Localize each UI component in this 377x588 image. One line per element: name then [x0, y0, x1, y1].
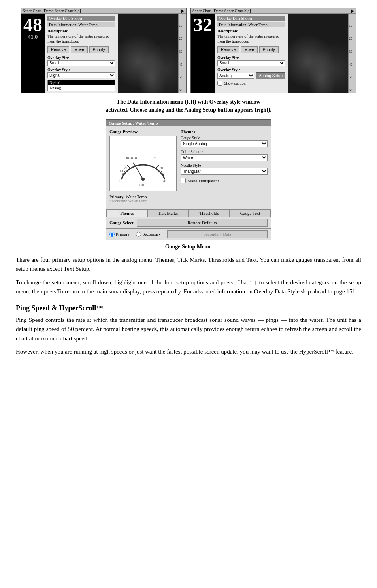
color-scheme-label: Color Scheme: [181, 149, 268, 154]
show-caption-label: Show caption: [224, 81, 246, 85]
gauge-labels: Primary: Water Temp Secondary: Water Tem…: [109, 194, 177, 203]
restore-defaults-btn[interactable]: Restore Defaults: [137, 219, 268, 227]
secondary-data-btn[interactable]: Secondary Data: [167, 230, 268, 238]
left-overlay-shown: Overlay Data Shown: [47, 16, 115, 21]
tab-tick-marks[interactable]: Tick Marks: [147, 209, 188, 217]
right-remove-btn[interactable]: Remove: [217, 46, 239, 53]
left-remove-btn[interactable]: Remove: [47, 46, 69, 53]
right-overlay-style-label: Overlay Style: [217, 68, 285, 72]
secondary-radio[interactable]: [136, 232, 141, 237]
right-overlay-panel: Overlay Data Shown Data Information: Wat…: [215, 14, 288, 93]
right-data-info: Data Information: Water Temp: [217, 22, 285, 27]
gauge-tabs-row: Themes Tick Marks Thresholds Gauge Text: [106, 209, 271, 217]
color-scheme-select[interactable]: White: [181, 154, 268, 161]
gauge-setup-container: Gauge Setup: Water Temp Gauge Preview: [16, 119, 361, 240]
left-move-btn[interactable]: Move: [71, 46, 87, 53]
left-overlay-style-label: Overlay Style: [47, 68, 115, 72]
right-big-number: 32: [191, 14, 215, 93]
secondary-radio-option: Secondary: [136, 232, 160, 237]
show-caption-checkbox[interactable]: [217, 81, 222, 86]
right-overlay-shown: Overlay Data Shown: [217, 16, 285, 21]
left-overlay-size-label: Overlay Size: [47, 55, 115, 60]
section-heading: Ping Speed & HyperScroll™: [16, 304, 361, 312]
make-transparent-label: Make Transparent: [187, 178, 219, 183]
left-sonar-titlebar: Sonar Chart [Demo Sonar Chart.blg] ▶: [21, 8, 186, 14]
right-sonar-chart: 10 20 30 40 50 60: [288, 14, 356, 93]
left-big-number: 48 41.0: [21, 14, 45, 93]
left-sonar-body: 48 41.0 Overlay Data Shown Data Informat…: [21, 14, 186, 93]
gauge-setup-dialog: Gauge Setup: Water Temp Gauge Preview: [106, 119, 271, 240]
svg-text:90: 90: [163, 180, 166, 183]
gauge-left-section: Gauge Preview: [109, 129, 177, 206]
left-sonar-water: [118, 14, 186, 93]
left-overlay-size-select[interactable]: Small: [47, 60, 115, 66]
left-overlay-panel: Overlay Data Shown Data Information: Wat…: [45, 14, 118, 93]
make-transparent-row: Make Transparent: [181, 178, 268, 183]
left-btn-row: Remove Move Priority: [47, 46, 115, 53]
right-sonar-app: Sonar Chart [Demo Sonar Chart.blg]: [192, 9, 251, 13]
needle-style-select[interactable]: Triangular: [181, 168, 268, 175]
primary-radio[interactable]: [109, 232, 115, 237]
svg-text:100: 100: [139, 183, 144, 187]
right-sonar-panel: Sonar Chart [Demo Sonar Chart.blg] ▶ 32 …: [190, 8, 356, 93]
show-caption-row: Show caption: [217, 81, 285, 86]
left-arrow-icon: ▶: [181, 9, 185, 13]
tab-themes[interactable]: Themes: [106, 209, 147, 217]
svg-line-8: [152, 162, 154, 164]
right-arrow-icon: ▶: [351, 9, 354, 13]
left-priority-btn[interactable]: Priority: [89, 46, 109, 53]
screenshot-area: Sonar Chart [Demo Sonar Chart.blg] ▶ 48 …: [16, 8, 361, 93]
analog-setup-btn[interactable]: Analog Setup: [256, 72, 285, 79]
right-depth-scale: 10 20 30 40 50 60: [348, 14, 356, 93]
themes-title: Themes: [181, 129, 268, 134]
svg-text:40 50 60: 40 50 60: [126, 157, 137, 160]
left-option-analog[interactable]: Analog: [48, 85, 115, 91]
tab-thresholds[interactable]: Thresholds: [188, 209, 230, 217]
right-overlay-style-select[interactable]: Analog: [217, 73, 254, 79]
left-title-text: Sonar Chart [Demo Sonar Chart.blg]: [23, 9, 81, 13]
svg-text:10: 10: [119, 169, 123, 173]
right-overlay-size-select[interactable]: Small: [217, 60, 285, 66]
gauge-style-select[interactable]: Single Analog: [181, 140, 268, 147]
gauge-select-label: Gauge Select: [109, 220, 134, 225]
svg-text:0: 0: [119, 180, 120, 183]
right-move-btn[interactable]: Move: [241, 46, 257, 53]
left-sonar-panel: Sonar Chart [Demo Sonar Chart.blg] ▶ 48 …: [21, 8, 187, 93]
tab-gauge-text[interactable]: Gauge Text: [230, 209, 271, 217]
svg-text:80: 80: [160, 166, 163, 170]
primary-radio-label: Primary: [116, 232, 130, 236]
gauge-right-section: Themes Gauge Style Single Analog Color S…: [181, 129, 268, 206]
gauge-select-row: Gauge Select Restore Defaults: [106, 217, 271, 228]
section-para-2: However, when you are running at high sp…: [16, 347, 361, 356]
right-overlay-size-label: Overlay Size: [217, 55, 285, 60]
svg-point-11: [141, 178, 145, 181]
gauge-caption: Gauge Setup Menu.: [16, 244, 361, 250]
make-transparent-checkbox[interactable]: [181, 178, 186, 183]
left-dropdown-options: Digital Analog: [47, 80, 115, 91]
left-option-digital[interactable]: Digital: [48, 80, 115, 85]
needle-style-label: Needle Style: [181, 163, 268, 168]
top-caption: The Data Information menu (left) with Ov…: [70, 98, 307, 113]
body-para-2: To change the setup menu, scroll down, h…: [16, 278, 361, 297]
left-description: Description: The temperature of the wate…: [47, 28, 115, 44]
gauge-setup-titlebar: Gauge Setup: Water Temp: [106, 120, 271, 126]
gauge-preview-title: Gauge Preview: [109, 129, 177, 134]
right-priority-btn[interactable]: Priority: [259, 46, 279, 53]
gauge-preview-box: 0 20 40 50 60 70 80 90 100 30 10: [109, 136, 177, 191]
svg-text:20: 20: [124, 166, 127, 170]
svg-text:70: 70: [153, 157, 156, 160]
right-sonar-body: 32 Overlay Data Shown Data Information: …: [191, 14, 356, 93]
primary-radio-option: Primary: [109, 232, 130, 237]
body-para-1: There are four primary setup options in …: [16, 255, 361, 274]
right-btn-row: Remove Move Priority: [217, 46, 285, 53]
gauge-svg: 0 20 40 50 60 70 80 90 100 30 10: [115, 140, 171, 187]
section-para-1: Ping Speed controls the rate at which th…: [16, 316, 361, 343]
svg-line-3: [156, 165, 159, 168]
left-depth-scale: 10 20 30 40 50 60: [178, 14, 186, 93]
right-description: Description: The temperature of the wate…: [217, 28, 285, 44]
left-sonar-chart: 10 20 30 40 50 60: [118, 14, 186, 93]
left-overlay-style-select[interactable]: Digital: [47, 72, 115, 78]
left-sonar-app: Sonar Chart [Demo Sonar Chart.blg]: [23, 9, 81, 13]
gauge-primary-label: Primary: Water Temp: [109, 194, 177, 199]
svg-line-1: [127, 165, 130, 168]
